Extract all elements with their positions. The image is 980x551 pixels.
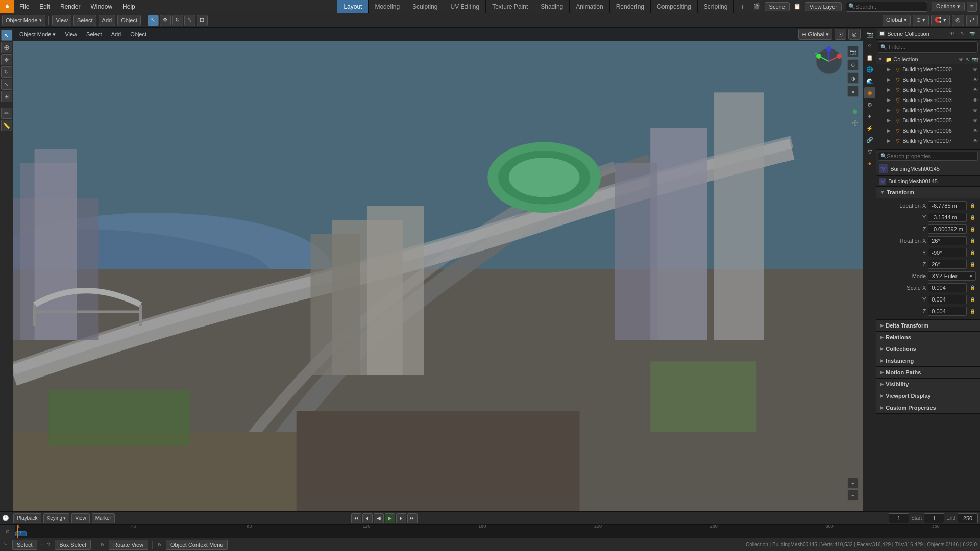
mesh-eye-3[interactable]: 👁 (973, 97, 978, 103)
rotation-x-lock[interactable]: 🔒 (969, 237, 976, 244)
collection-item[interactable]: ▼ 📁 Collection 👁 ↖ 📷 (876, 54, 980, 64)
rotation-y-lock[interactable]: 🔒 (969, 249, 976, 256)
scale-y-value[interactable]: 0.004 (928, 295, 967, 304)
props-search-input[interactable] (887, 153, 975, 159)
start-frame-input[interactable]: 1 (924, 513, 944, 523)
marker-menu[interactable]: Marker (92, 513, 115, 523)
scale-z-lock[interactable]: 🔒 (969, 308, 976, 315)
collection-eye[interactable]: 👁 (959, 57, 964, 62)
jump-start-btn[interactable]: ⏮ (351, 513, 361, 523)
rotation-z-lock[interactable]: 🔒 (969, 261, 976, 268)
location-y-lock[interactable]: 🔒 (969, 214, 976, 221)
props-search-box[interactable]: 🔍 (878, 152, 978, 161)
box-select-btn[interactable]: Box Select (55, 540, 91, 550)
constraints-icon[interactable]: 🔗 (864, 134, 875, 145)
tab-sculpting[interactable]: Sculpting (406, 0, 444, 13)
viewport-overlay-btn[interactable]: ⊙ (847, 59, 859, 70)
tab-texture-paint[interactable]: Texture Paint (486, 0, 534, 13)
data-icon[interactable]: ▽ (864, 146, 875, 157)
tab-compositing[interactable]: Compositing (651, 0, 698, 13)
mode-selector[interactable]: Object Mode ▾ (2, 15, 45, 26)
physics-icon[interactable]: ⚡ (864, 122, 875, 134)
mesh-item-4[interactable]: ▶ ▽ BuildingMesh00004 👁 (876, 105, 980, 115)
viewport-shading-btn[interactable]: ◑ (847, 72, 859, 84)
mesh-item-1[interactable]: ▶ ▽ BuildingMesh00001 👁 (876, 74, 980, 85)
select-status-btn[interactable]: Select (12, 540, 37, 550)
proportional-btn[interactable]: ◎ (952, 15, 964, 26)
view-layer-icon[interactable]: 📋 (864, 52, 875, 63)
viewport-perspective-btn[interactable]: 📷 (847, 46, 859, 57)
outliner-search-input[interactable] (889, 44, 975, 50)
object-menu[interactable]: Object (117, 15, 141, 26)
mesh-item-3[interactable]: ▶ ▽ BuildingMesh00003 👁 (876, 95, 980, 105)
tool-measure[interactable]: 📏 (1, 120, 12, 131)
end-frame-input[interactable]: 250 (958, 513, 978, 523)
scale-x-value[interactable]: 0.004 (928, 283, 967, 292)
scale-z-value[interactable]: 0.004 (928, 307, 967, 316)
location-y-value[interactable]: -3.1544 m (928, 213, 967, 222)
tool-scale[interactable]: ⤡ (1, 79, 12, 90)
filter-visibility[interactable]: 👁 (947, 29, 957, 38)
tab-layout[interactable]: Layout (337, 0, 369, 13)
menu-file[interactable]: File (14, 0, 34, 13)
options-button[interactable]: Options ▾ (932, 2, 965, 11)
visibility-header[interactable]: ▶ Visibility (876, 379, 980, 390)
mesh-item-5[interactable]: ▶ ▽ BuildingMesh00005 👁 (876, 115, 980, 126)
tab-animation[interactable]: Animation (570, 0, 609, 13)
select-icon-btn[interactable]: ↖ (148, 15, 159, 26)
tool-rotate[interactable]: ↻ (1, 66, 12, 78)
pan-tool[interactable] (851, 119, 859, 127)
tab-uv-editing[interactable]: UV Editing (444, 0, 486, 13)
keying-menu[interactable]: Keying ▾ (43, 513, 70, 523)
rotation-mode-select[interactable]: XYZ Euler ▾ (928, 271, 976, 281)
tool-move[interactable]: ✥ (1, 54, 12, 65)
snap-btn[interactable]: 🧲 ▾ (931, 15, 950, 26)
viewport-display-header[interactable]: ▶ Viewport Display (876, 390, 980, 402)
scale-x-lock[interactable]: 🔒 (969, 284, 976, 291)
play-reverse-btn[interactable]: ◀ (374, 513, 384, 523)
tool-select[interactable]: ↖ (1, 30, 12, 41)
menu-help[interactable]: Help (117, 0, 140, 13)
vp-menu-select[interactable]: Select (82, 30, 106, 38)
viewport-global-btn[interactable]: ⊕ Global ▾ (798, 29, 832, 40)
material-icon[interactable]: ● (864, 158, 875, 169)
vp-menu-view[interactable]: View (61, 30, 81, 38)
vp-menu-object[interactable]: Object (126, 30, 151, 38)
collection-select[interactable]: ↖ (966, 57, 970, 62)
current-frame-display[interactable]: 1 (889, 513, 909, 523)
select-menu[interactable]: Select (74, 15, 96, 26)
rotation-x-value[interactable]: 26° (928, 236, 967, 245)
particles-icon[interactable]: ✦ (864, 111, 875, 122)
context-menu-btn[interactable]: Object Context Menu (166, 540, 228, 550)
pivot-btn[interactable]: ⊙ ▾ (913, 15, 929, 26)
viewport-proportional-btn[interactable]: ◎ (848, 29, 861, 40)
menu-edit[interactable]: Edit (34, 0, 55, 13)
view-layer-selector[interactable]: View Layer (805, 2, 842, 11)
mesh-eye-5[interactable]: 👁 (973, 118, 978, 123)
scale-icon-btn[interactable]: ⤡ (184, 15, 195, 26)
filter-button[interactable]: ≡ (967, 2, 977, 12)
add-menu[interactable]: Add (99, 15, 116, 26)
timeline-scrubber[interactable]: ⊙ 1 40 80 120 160 200 250 300 350 (0, 525, 980, 538)
viewport-zoom-out[interactable]: − (847, 490, 859, 501)
location-x-value[interactable]: -6.7785 m (928, 201, 967, 210)
tab-shading[interactable]: Shading (534, 0, 570, 13)
mesh-eye-4[interactable]: 👁 (973, 108, 978, 113)
rotate-icon-btn[interactable]: ↻ (172, 15, 183, 26)
tool-annotate[interactable]: ✏ (1, 108, 12, 119)
tool-transform[interactable]: ⊞ (1, 91, 12, 102)
next-frame-btn[interactable]: ⏵ (396, 513, 406, 523)
transform-icon-btn[interactable]: ⊞ (197, 15, 208, 26)
rotation-z-value[interactable]: 26° (928, 260, 967, 269)
rotate-view-btn[interactable]: Rotate View (109, 540, 148, 550)
collection-render[interactable]: 📷 (972, 57, 978, 62)
3d-viewport[interactable]: Object Mode ▾ View Select Add Object ⊕ G… (13, 28, 863, 511)
tab-rendering[interactable]: Rendering (610, 0, 651, 13)
transform-orientations[interactable]: ⇄ (966, 15, 978, 26)
jump-end-btn[interactable]: ⏭ (407, 513, 418, 523)
mesh-eye-7[interactable]: 👁 (973, 138, 978, 144)
mesh-item-6[interactable]: ▶ ▽ BuildingMesh00006 👁 (876, 126, 980, 136)
instancing-header[interactable]: ▶ Instancing (876, 355, 980, 366)
viewport-material-btn[interactable]: ● (847, 86, 859, 97)
mesh-eye-1[interactable]: 👁 (973, 77, 978, 83)
